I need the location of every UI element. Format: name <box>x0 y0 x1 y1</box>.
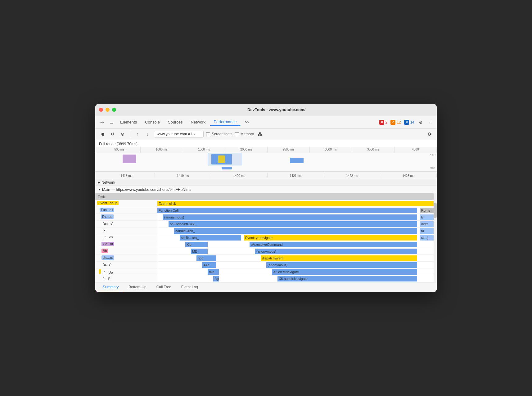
bar-anonymous-1[interactable]: (anonymous) <box>163 214 417 220</box>
bar-function-call[interactable]: Function Call <box>157 208 417 213</box>
tab-performance[interactable]: Performance <box>210 118 240 126</box>
bar-MB[interactable]: MB <box>191 249 208 254</box>
error-badge: ✕ 2 <box>379 120 388 125</box>
warn-icon: ⚠ <box>390 120 395 125</box>
row-bars-10[interactable]: A4a (anonymous) <box>157 262 437 268</box>
row-bars-4[interactable]: onEndpointClick_ next <box>157 221 437 227</box>
capture-settings-icon[interactable]: ⚙ <box>426 130 433 138</box>
zoomed-ruler: 1418 ms 1419 ms 1420 ms 1421 ms 1422 ms … <box>95 172 437 179</box>
bar-nbb[interactable]: nbb <box>196 255 216 261</box>
row-label-7: k.d...nt <box>95 241 157 248</box>
bar-setTe[interactable]: setTe...ata_ <box>180 235 241 241</box>
flame-row-1: Event...seup Event: click <box>95 200 437 207</box>
bar-anonymous-2[interactable]: (anonymous) <box>255 249 417 254</box>
device-icon[interactable]: ▭ <box>107 118 116 127</box>
bar-pA[interactable]: pA.resolveCommand <box>250 242 417 247</box>
tab-network[interactable]: Network <box>187 119 210 126</box>
bar-xjb[interactable]: Xjb <box>185 242 208 247</box>
scrollbar-thumb[interactable] <box>434 203 437 218</box>
inspect-icon[interactable]: ⊹ <box>98 118 106 127</box>
zoom-tick-2: 1420 ms <box>211 173 268 178</box>
zoom-tick-1: 1419 ms <box>155 173 211 178</box>
tab-console[interactable]: Console <box>141 119 164 126</box>
row-bars-12[interactable]: f.get X6.handleNavigate <box>157 275 437 282</box>
bar-fget[interactable]: f.get <box>213 276 219 281</box>
row-bars-5[interactable]: handleClick_ ta <box>157 227 437 234</box>
chevron-down-icon: ▾ <box>193 133 195 136</box>
tab-bottom-up[interactable]: Bottom-Up <box>124 282 151 292</box>
selection-highlight <box>208 153 242 165</box>
row-bars-1[interactable]: Event: click <box>157 200 437 207</box>
flame-row-11: f....Up dka X6.onYtNavigate <box>95 268 437 275</box>
tab-sources[interactable]: Sources <box>164 119 187 126</box>
row-label-11: f....Up <box>95 268 157 275</box>
tab-elements[interactable]: Elements <box>116 119 141 126</box>
upload-button[interactable]: ↑ <box>134 130 142 138</box>
timeline-overview[interactable]: 500 ms 1000 ms 1500 ms 2000 ms 2500 ms 3… <box>95 147 437 172</box>
bar-event-click[interactable]: Event: click <box>157 201 437 206</box>
ruler-tick-5: 3000 ms <box>310 147 352 153</box>
screenshots-checkbox[interactable]: Screenshots <box>206 132 232 136</box>
cpu-bar-area: CPU <box>95 153 437 165</box>
ruler-tick-2: 1500 ms <box>183 147 225 153</box>
bar-next[interactable]: next <box>420 221 434 227</box>
toolbar: ⏺ ↺ ⊘ ↑ ↓ www.youtube.com #1 ▾ Screensho… <box>95 128 437 140</box>
minimize-button[interactable] <box>106 108 110 112</box>
settings-icon[interactable]: ⚙ <box>416 118 425 127</box>
bar-X6-handle[interactable]: X6.handleNavigate <box>277 276 417 281</box>
row-bars-7[interactable]: Xjb pA.resolveCommand <box>157 241 437 248</box>
tab-summary[interactable]: Summary <box>98 282 124 292</box>
more-icon[interactable]: ⋮ <box>426 118 434 127</box>
row-label-10: (a...s) <box>95 262 157 268</box>
close-button[interactable] <box>99 108 103 112</box>
cpu-spike-4 <box>290 158 304 163</box>
row-label-8: Bb <box>95 248 157 254</box>
bar-dispatchEvent[interactable]: dispatchEvent <box>261 255 417 261</box>
net-label: NET <box>430 166 435 169</box>
scrollbar-vertical[interactable] <box>434 193 437 282</box>
network-section-label: Network <box>101 180 115 185</box>
flame-row-9: dis...nt nbb dispatchEvent <box>95 255 437 262</box>
tab-call-tree[interactable]: Call Tree <box>151 282 176 292</box>
net-spike-1 <box>222 167 232 169</box>
url-selector[interactable]: www.youtube.com #1 ▾ <box>154 131 204 137</box>
bar-a[interactable]: (a...) <box>420 235 434 241</box>
record-button[interactable]: ⏺ <box>99 130 106 138</box>
network-section-header[interactable]: ▶ Network <box>95 179 437 186</box>
row-bars-6[interactable]: setTe...ata_ Event: yt-navigate (a...) <box>157 234 437 241</box>
memory-checkbox[interactable]: Memory <box>235 132 254 136</box>
ruler-tick-4: 2500 ms <box>268 147 310 153</box>
row-bars-3[interactable]: (anonymous) b <box>157 214 437 220</box>
clear-button[interactable]: ⊘ <box>119 130 126 138</box>
bar-onEndpointClick[interactable]: onEndpointClick_ <box>169 221 417 227</box>
bar-yt-navigate[interactable]: Event: yt-navigate <box>244 235 417 241</box>
cpu-icon[interactable]: 🖧 <box>256 130 264 138</box>
row-bars-2[interactable]: Function Call Ru...s <box>157 207 437 214</box>
bar-X6-onYt[interactable]: X6.onYtNavigate <box>272 269 417 275</box>
maximize-button[interactable] <box>112 108 116 112</box>
screenshots-input[interactable] <box>206 132 210 136</box>
bar-handleClick[interactable]: handleClick_ <box>174 228 417 234</box>
content-area: Full range (3899.70ms) 500 ms 1000 ms 15… <box>95 140 437 292</box>
devtools-window: DevTools - www.youtube.com/ ⊹ ▭ Elements… <box>95 104 437 292</box>
row-label-5: fx <box>95 227 157 234</box>
reload-button[interactable]: ↺ <box>109 130 116 138</box>
main-section-header[interactable]: ▼ Main — https://www.youtube.com/shorts/… <box>95 186 437 193</box>
traffic-lights <box>99 108 116 112</box>
row-bars-8[interactable]: MB (anonymous) <box>157 248 437 254</box>
download-button[interactable]: ↓ <box>144 130 151 138</box>
bar-b[interactable]: b <box>420 214 434 220</box>
bar-dka[interactable]: dka <box>208 269 219 275</box>
chevron-right-icon: ▶ <box>98 181 100 184</box>
toolbar-sep-1 <box>130 131 130 137</box>
bar-ta[interactable]: ta <box>420 228 434 234</box>
error-icon: ✕ <box>379 120 384 125</box>
row-bars-9[interactable]: nbb dispatchEvent <box>157 255 437 261</box>
bar-A4a[interactable]: A4a <box>202 262 216 268</box>
row-bars-11[interactable]: dka X6.onYtNavigate <box>157 268 437 275</box>
tab-more[interactable]: >> <box>241 119 253 126</box>
bar-anonymous-3[interactable]: (anonymous) <box>266 262 417 268</box>
tab-event-log[interactable]: Event Log <box>176 282 203 292</box>
info-badge: ✕ 14 <box>404 120 414 125</box>
memory-input[interactable] <box>235 132 239 136</box>
